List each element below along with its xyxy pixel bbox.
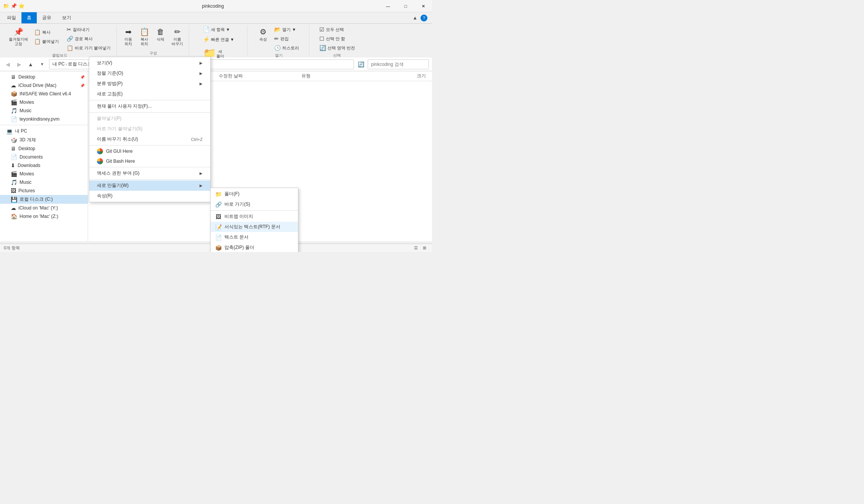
pin-to-quick-access-button[interactable]: 📌 즐겨찾기에 고정 — [6, 25, 31, 48]
paste-button[interactable]: 📋 붙여넣기 — [31, 37, 62, 46]
maximize-button[interactable]: □ — [397, 0, 414, 12]
sidebar-item-icloud-mac[interactable]: ☁ iCloud on 'Mac' (Y:) — [0, 204, 88, 212]
sidebar-item-pictures[interactable]: 🖼 Pictures — [0, 187, 88, 195]
sidebar-item-documents[interactable]: 📄 Documents — [0, 153, 88, 161]
list-view-button[interactable]: ☰ — [412, 245, 420, 252]
up-button[interactable]: ▲ — [26, 60, 35, 69]
ctx-new-label: 새로 만들기(W) — [97, 182, 129, 189]
move-to-button[interactable]: ➡ 이동위치 — [121, 25, 136, 48]
shortcut-icon: 🔗 — [215, 201, 221, 208]
sidebar-item-pvm[interactable]: 📄 teyonkindisney.pvm — [0, 115, 88, 123]
sidebar-item-local-disk[interactable]: 💾 로컬 디스크 (C:) — [0, 195, 88, 204]
quick-access-button[interactable]: ⚡ 빠른 연결 ▼ — [200, 35, 237, 44]
ribbon-collapse-icon[interactable]: ▲ — [412, 15, 417, 21]
copy-button[interactable]: 📋 복사 — [31, 28, 62, 36]
pictures-icon: 🖼 — [11, 188, 16, 194]
sidebar-item-my-pc[interactable]: 💻 내 PC — [0, 127, 88, 136]
sidebar-item-icloud-drive[interactable]: ☁ iCloud Drive (Mac) 📌 — [0, 81, 88, 90]
new-item-button[interactable]: 📄 새 항목 ▼ — [200, 25, 233, 34]
minimize-button[interactable]: — — [379, 0, 397, 12]
ribbon-help-icon[interactable]: ? — [421, 15, 427, 21]
icloud-mac-icon: ☁ — [11, 205, 16, 211]
sidebar-divider-1 — [0, 125, 88, 125]
submenu-zip[interactable]: 📦 압축(ZIP) 폴더 — [211, 242, 298, 252]
ctx-git-gui[interactable]: Git GUI Here — [89, 146, 210, 156]
sidebar-item-downloads[interactable]: ⬇ Downloads — [0, 161, 88, 170]
tab-file[interactable]: 파일 — [2, 12, 21, 23]
open-button[interactable]: 📂 열기 ▼ — [272, 25, 302, 34]
ctx-group[interactable]: 분류 방법(P) ▶ — [89, 79, 210, 89]
properties-button[interactable]: ⚙ 속성 — [255, 25, 271, 44]
ctx-sep-5 — [89, 179, 210, 180]
sidebar-item-label: Desktop — [18, 74, 35, 80]
submenu-folder[interactable]: 📁 폴더(F) — [211, 189, 298, 199]
folder-icon: 📁 — [215, 191, 221, 197]
copy-to-button[interactable]: 📋 복사위치 — [137, 25, 152, 48]
forward-button[interactable]: ▶ — [15, 60, 24, 69]
col-size-header[interactable]: 크기 — [385, 73, 426, 79]
paste-shortcut-button[interactable]: 📋 바로 가기 붙여넣기 — [64, 44, 113, 52]
ctx-undo-rename[interactable]: 이름 바꾸기 취소(U) Ctrl+Z — [89, 134, 210, 144]
music-fav-icon: 🎵 — [11, 108, 17, 114]
sidebar-item-music-pc[interactable]: 🎵 Music — [0, 178, 88, 187]
cut-button[interactable]: ✂ 잘라내기 — [64, 25, 113, 34]
organize-content: ➡ 이동위치 📋 복사위치 🗑 삭제 ✏ 이름바꾸기 — [121, 25, 186, 50]
select-none-button[interactable]: ☐ 선택 안 함 — [317, 34, 348, 43]
context-menu: 보기(V) ▶ 정렬 기준(O) ▶ 분류 방법(P) ▶ 새로 고침(E) 현… — [89, 57, 211, 202]
edit-button[interactable]: ✏ 편집 — [272, 34, 302, 43]
ctx-customize[interactable]: 현재 폴더 사용자 지정(F)... — [89, 101, 210, 111]
sidebar-item-movies-fav[interactable]: 🎬 Movies — [0, 98, 88, 106]
sidebar-item-desktop-pc[interactable]: 🖥 Desktop — [0, 144, 88, 153]
ctx-git-bash[interactable]: Git Bash Here — [89, 156, 210, 166]
sidebar-item-desktop-pin[interactable]: 🖥 Desktop 📌 — [0, 73, 88, 81]
submenu-rtf[interactable]: 📝 서식있는 텍스트(RTF) 문서 — [211, 222, 298, 232]
sidebar-item-home-mac[interactable]: 🏠 Home on 'Mac' (Z:) — [0, 212, 88, 221]
ctx-paste[interactable]: 붙여넣기(P) — [89, 113, 210, 124]
back-button[interactable]: ◀ — [3, 60, 12, 69]
submenu-rtf-label: 서식있는 텍스트(RTF) 문서 — [224, 224, 280, 230]
col-type-header[interactable]: 유형 — [301, 73, 385, 79]
sidebar-item-inisafe[interactable]: 📦 INISAFE Web Client v6.4 — [0, 90, 88, 98]
recent-paths-button[interactable]: ▼ — [38, 60, 47, 69]
git-gui-icon — [97, 148, 103, 154]
ribbon-group-select: ☑ 모두 선택 ☐ 선택 안 함 🔄 선택 영역 반전 선택 — [310, 25, 364, 56]
ctx-access[interactable]: 액세스 권한 부여 (G) ▶ — [89, 168, 210, 178]
grid-view-button[interactable]: ⊞ — [421, 245, 428, 252]
tab-home[interactable]: 홈 — [21, 12, 37, 23]
ctx-sep-2 — [89, 112, 210, 113]
invert-selection-button[interactable]: 🔄 선택 영역 반전 — [317, 44, 358, 52]
ctx-refresh[interactable]: 새로 고침(E) — [89, 89, 210, 99]
text-icon: 📄 — [215, 234, 221, 241]
ctx-new[interactable]: 새로 만들기(W) ▶ — [89, 180, 210, 191]
submenu-bitmap[interactable]: 🖼 비트맵 이미지 — [211, 211, 298, 222]
close-button[interactable]: ✕ — [414, 0, 432, 12]
submenu-text[interactable]: 📄 텍스트 문서 — [211, 232, 298, 242]
sidebar-item-music-fav[interactable]: 🎵 Music — [0, 106, 88, 115]
ribbon-group-clipboard: 📌 즐겨찾기에 고정 📋 복사 📋 붙여넣기 ✂ — [3, 25, 117, 56]
select-all-button[interactable]: ☑ 모두 선택 — [317, 25, 347, 34]
music-pc-icon: 🎵 — [11, 179, 17, 185]
ctx-undo-rename-shortcut: Ctrl+Z — [191, 137, 203, 142]
item-count: 0개 항목 — [4, 245, 20, 251]
search-input[interactable] — [368, 59, 429, 69]
ctx-view-left: 보기(V) — [97, 60, 112, 66]
ctx-properties[interactable]: 속성(R) — [89, 191, 210, 201]
tab-share[interactable]: 공유 — [37, 12, 57, 23]
ctx-view[interactable]: 보기(V) ▶ — [89, 58, 210, 68]
col-date-header[interactable]: 수정한 날짜 — [219, 73, 302, 79]
history-button[interactable]: 🕒 히스토리 — [272, 44, 302, 52]
delete-button[interactable]: 🗑 삭제 — [153, 25, 168, 44]
sidebar-item-movies-pc[interactable]: 🎬 Movies — [0, 170, 88, 178]
rename-button[interactable]: ✏ 이름바꾸기 — [169, 25, 186, 48]
refresh-button[interactable]: 🔄 — [356, 60, 365, 69]
sidebar-item-3d[interactable]: 🎲 3D 개체 — [0, 136, 88, 144]
ctx-git-bash-left: Git Bash Here — [97, 158, 135, 164]
copy-path-button[interactable]: 🔗 경로 복사 — [64, 34, 113, 43]
tab-view[interactable]: 보기 — [57, 12, 77, 23]
ctx-view-label: 보기(V) — [97, 60, 112, 66]
sidebar-item-label: teyonkindisney.pvm — [20, 116, 60, 122]
ctx-paste-shortcut[interactable]: 바로 가기 붙여넣기(S) — [89, 124, 210, 134]
movies-fav-icon: 🎬 — [11, 99, 17, 105]
submenu-shortcut[interactable]: 🔗 바로 가기(S) — [211, 199, 298, 209]
ctx-sort[interactable]: 정렬 기준(O) ▶ — [89, 68, 210, 79]
